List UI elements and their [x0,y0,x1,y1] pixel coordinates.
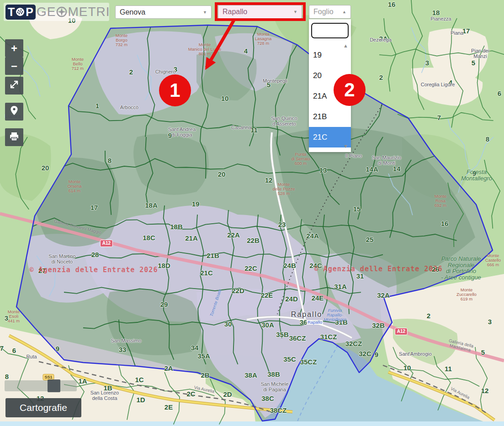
compass-icon [56,6,67,17]
expand-arrows-icon [9,79,19,92]
sheet-option-21B[interactable]: 21B [309,106,351,127]
province-select-value: Genova [120,8,145,16]
sheet-dropdown-panel: ▲ ▼ 192021A21B21C22A [309,19,351,152]
brand-logo-top: T P [5,5,36,20]
brand-letters-metri: METRI [68,5,110,19]
province-select[interactable]: Genova ▼ [115,5,212,19]
print-button[interactable] [5,128,23,146]
sheet-combobox[interactable]: Foglio ▲ [309,5,351,19]
zoom-out-button[interactable]: − [5,57,23,75]
brand-letter-p: P [26,5,33,19]
sheet-option-20[interactable]: 20 [309,65,351,86]
brand-letter-t: T [8,5,15,19]
sheet-filter-input[interactable] [311,23,349,38]
municipality-select[interactable]: Rapallo ▼ [218,5,302,19]
chevron-down-icon: ▼ [293,10,297,14]
opacity-slider[interactable] [5,380,77,391]
globe-icon [15,7,25,17]
scroll-down-icon[interactable]: ▼ [343,143,348,149]
brand-logo: T P GE METRI [4,3,109,21]
brand-letters-ge: GE [37,5,56,19]
sheet-option-21A[interactable]: 21A [309,86,351,106]
plus-icon: + [11,42,17,55]
zoom-in-button[interactable]: + [5,39,23,57]
sheet-combobox-placeholder: Foglio [313,8,334,16]
municipality-select-value: Rapallo [223,8,247,16]
map-viewer: 102345191011121314A14151681718A18B18C192… [0,0,504,426]
locate-button[interactable] [5,103,23,121]
location-pin-icon [10,105,19,118]
fullscreen-button[interactable] [5,77,23,95]
map-canvas[interactable] [0,0,504,426]
chevron-down-icon: ▼ [203,10,207,15]
cartografie-button[interactable]: Cartografie [5,398,81,417]
sheet-option-list: 192021A21B21C22A [309,45,351,152]
opacity-slider-knob[interactable] [48,379,60,392]
scroll-up-icon[interactable]: ▲ [343,43,348,48]
minus-icon: − [11,60,17,73]
chevron-up-icon: ▲ [342,10,346,14]
printer-icon [9,131,19,144]
